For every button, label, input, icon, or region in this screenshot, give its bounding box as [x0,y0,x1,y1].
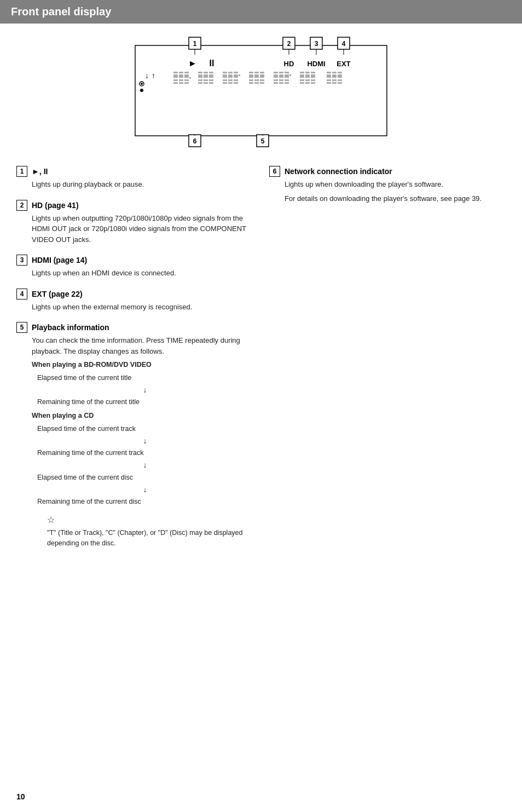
left-column: 1 ►, II Lights up during playback or pau… [16,166,253,549]
svg-rect-102 [300,76,304,78]
item-6-num: 6 [269,166,280,177]
svg-text:HDMI: HDMI [307,60,325,68]
svg-rect-114 [327,74,331,76]
subsection-cd-heading: When playing a CD [32,411,253,421]
svg-rect-33 [184,82,189,84]
item-3: 3 HDMI (page 14) Lights up when an HDMI … [16,255,253,279]
item-2-title: HD (page 41) [32,201,79,210]
svg-rect-77 [249,82,253,84]
main-content: 1 2 3 4 ► II HD HDMI EXT [0,34,522,565]
svg-rect-55 [234,74,238,76]
svg-rect-73 [260,76,264,78]
svg-rect-97 [305,72,310,73]
svg-rect-44 [204,79,208,81]
svg-rect-69 [254,74,259,76]
svg-rect-110 [311,82,315,84]
item-5-note: ☆ "T" (Title or Track), "C" (Chapter), o… [32,514,253,549]
svg-rect-105 [300,79,304,81]
svg-rect-95 [285,82,289,84]
svg-rect-117 [327,76,331,78]
svg-rect-20 [184,72,189,73]
item-4-header: 4 EXT (page 22) [16,289,253,300]
descriptions-grid: 1 ►, II Lights up during playback or pau… [16,166,506,549]
item-3-title: HDMI (page 14) [32,256,87,264]
page-number: 10 [16,792,25,801]
svg-rect-56 [223,76,227,78]
item-2-header: 2 HD (page 41) [16,200,253,211]
item-6-main-body: Lights up when downloading the player's … [285,179,506,190]
svg-rect-52 [239,74,240,76]
svg-rect-62 [223,82,227,84]
svg-rect-87 [274,76,278,78]
svg-rect-82 [285,72,289,73]
svg-rect-71 [249,76,253,78]
svg-rect-19 [179,72,183,73]
svg-rect-111 [327,72,331,73]
svg-rect-78 [254,82,259,84]
svg-rect-25 [173,76,178,78]
svg-rect-125 [338,82,342,84]
svg-rect-91 [279,79,283,81]
svg-rect-60 [228,79,233,81]
right-column: 6 Network connection indicator Lights up… [269,166,506,549]
svg-rect-100 [305,74,310,76]
svg-text:2: 2 [287,40,291,48]
svg-rect-22 [179,74,183,76]
svg-rect-30 [184,79,189,81]
svg-rect-96 [300,72,304,73]
svg-rect-70 [260,74,264,76]
svg-rect-18 [173,72,178,73]
item-1-title: ►, II [32,167,48,176]
svg-rect-53 [223,74,227,76]
item-5: 5 Playback information You can check the… [16,322,253,549]
item-5-header: 5 Playback information [16,322,253,333]
svg-rect-39 [209,74,213,76]
svg-rect-86 [285,74,289,76]
svg-rect-65 [249,72,253,73]
svg-text:4: 4 [342,40,346,48]
svg-rect-89 [285,76,289,78]
svg-rect-21 [173,74,178,76]
svg-rect-29 [179,79,183,81]
item-5-body: You can check the time information. Pres… [16,335,253,549]
svg-rect-57 [228,76,233,78]
svg-rect-72 [254,76,259,78]
svg-rect-113 [338,72,342,73]
svg-rect-115 [332,74,337,76]
svg-rect-106 [305,79,310,81]
item-3-num: 3 [16,255,27,266]
svg-rect-116 [338,74,342,76]
svg-rect-34 [198,72,202,73]
svg-text:►: ► [188,59,197,68]
subsection-bddvd-heading: When playing a BD-ROM/DVD VIDEO [32,360,253,370]
svg-rect-108 [300,82,304,84]
svg-text:HD: HD [284,60,294,68]
item-1-body: Lights up during playback or pause. [16,179,253,190]
svg-rect-92 [285,79,289,81]
bddvd-arrow-1: ↓ [37,384,253,396]
svg-text:3: 3 [315,40,318,48]
item-4: 4 EXT (page 22) Lights up when the exter… [16,289,253,313]
svg-rect-37 [198,74,202,76]
svg-rect-26 [179,76,183,78]
svg-rect-0 [135,45,387,136]
svg-rect-94 [279,82,283,84]
svg-rect-41 [204,76,208,78]
cd-line-3: Elapsed time of the current disc [37,472,253,483]
svg-rect-99 [300,74,304,76]
svg-rect-124 [332,82,337,84]
bddvd-line-1: Elapsed time of the current title [37,372,253,383]
svg-text:↑: ↑ [152,71,155,80]
svg-rect-75 [254,79,259,81]
svg-rect-32 [179,82,183,84]
svg-rect-85 [279,74,283,76]
item-6-title: Network connection indicator [285,167,392,176]
svg-rect-50 [228,72,233,73]
svg-rect-122 [338,79,342,81]
svg-rect-107 [311,79,315,81]
svg-rect-63 [228,82,233,84]
svg-rect-23 [184,74,189,76]
svg-rect-28 [173,79,178,81]
svg-rect-104 [311,76,315,78]
svg-rect-101 [311,74,315,76]
